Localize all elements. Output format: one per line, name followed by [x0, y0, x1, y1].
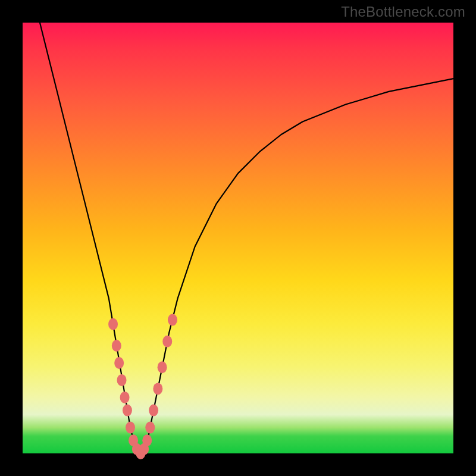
marker-point — [158, 361, 167, 373]
marker-point — [120, 392, 130, 403]
marker-point — [126, 422, 135, 434]
highlighted-points — [108, 314, 177, 459]
marker-point — [145, 422, 155, 434]
marker-point — [168, 314, 177, 326]
marker-point — [108, 318, 118, 330]
marker-point — [142, 434, 152, 446]
marker-point — [112, 340, 121, 352]
curve-layer — [23, 23, 453, 453]
marker-point — [123, 405, 132, 416]
marker-point — [153, 383, 162, 394]
bottleneck-curve — [40, 23, 453, 453]
marker-point — [117, 374, 127, 386]
watermark-text: TheBottleneck.com — [341, 4, 465, 20]
marker-point — [162, 336, 172, 347]
marker-point — [114, 357, 124, 369]
marker-point — [149, 405, 158, 416]
chart-frame: TheBottleneck.com — [0, 0, 476, 476]
plot-area — [23, 23, 453, 453]
